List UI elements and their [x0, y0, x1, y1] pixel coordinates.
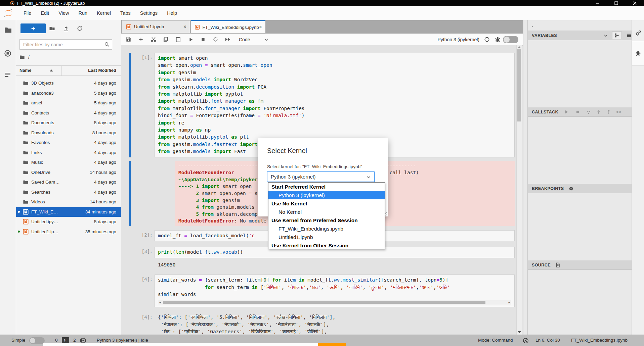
- cursor-position[interactable]: Ln 6, Col 30: [535, 338, 560, 343]
- copy-cells-button[interactable]: [160, 35, 172, 44]
- continue-icon[interactable]: [564, 109, 569, 114]
- close-tab-icon[interactable]: ×: [183, 24, 186, 30]
- running-sessions-tab-icon[interactable]: [4, 50, 11, 57]
- step-in-icon[interactable]: [596, 109, 601, 115]
- step-out-icon[interactable]: [606, 109, 611, 115]
- debugger-tab[interactable]: [632, 41, 644, 65]
- refresh-button[interactable]: [77, 26, 83, 32]
- open-source-icon[interactable]: [555, 262, 560, 267]
- file-row[interactable]: Links4 days ago: [16, 148, 121, 158]
- callstack-section-header[interactable]: CALLSTACK <>: [528, 107, 632, 117]
- kernel-option[interactable]: Untitled1.ipynb: [268, 233, 385, 241]
- cell-horizontal-scrollbar[interactable]: ◂▸: [158, 300, 511, 305]
- tab-ft-wiki-embeddings[interactable]: FT_Wiki_Embeddings.ipynb ×: [191, 20, 265, 33]
- file-row[interactable]: Untitled.ipy…5 days ago: [16, 217, 121, 227]
- upload-button[interactable]: [63, 26, 69, 32]
- cell-collapser[interactable]: [129, 230, 131, 241]
- cell-collapser[interactable]: [129, 260, 131, 270]
- kernel-status-text[interactable]: Python 3 (ipykernel) | Idle: [97, 338, 148, 343]
- scroll-down-arrow[interactable]: [518, 331, 521, 333]
- kernel-option-group: Use Kernel from Other Session: [268, 241, 385, 250]
- close-tab-icon[interactable]: ×: [259, 24, 262, 30]
- cell-collapser[interactable]: [129, 312, 131, 335]
- file-row[interactable]: FT_Wiki_E…34 minutes ago: [16, 207, 121, 217]
- kernel-count[interactable]: 2: [73, 338, 76, 343]
- menu-item-view[interactable]: View: [54, 6, 74, 20]
- file-row[interactable]: Documents5 days ago: [16, 118, 121, 128]
- column-last-modified[interactable]: Last Modified: [88, 68, 116, 73]
- file-row[interactable]: anaconda35 days ago: [16, 88, 121, 98]
- menu-item-settings[interactable]: Settings: [135, 6, 162, 20]
- variables-section-header[interactable]: VARIABLES: [528, 31, 632, 40]
- kernel-name-button[interactable]: Python 3 (ipykernel): [437, 37, 479, 42]
- kernel-option[interactable]: FT_Wiki_Embeddings.ipynb: [268, 225, 385, 233]
- command-mode-indicator[interactable]: Mode: Command: [478, 338, 513, 343]
- file-browser-tab-icon[interactable]: [4, 26, 11, 33]
- cell-collapser[interactable]: [129, 247, 131, 258]
- menu-item-help[interactable]: Help: [162, 6, 182, 20]
- menu-item-file[interactable]: File: [19, 6, 36, 20]
- column-name[interactable]: Name: [19, 68, 31, 73]
- file-row[interactable]: Favorites4 days ago: [16, 138, 121, 148]
- breakpoint-icon[interactable]: [568, 186, 574, 191]
- paste-cells-button[interactable]: [172, 35, 184, 44]
- table-view-button[interactable]: [627, 33, 632, 38]
- file-row[interactable]: Music4 days ago: [16, 157, 121, 167]
- file-modified: 4 days ago: [94, 110, 116, 115]
- evaluate-icon[interactable]: <>: [616, 109, 621, 114]
- save-button[interactable]: [122, 35, 135, 44]
- filter-files-input[interactable]: [19, 39, 112, 50]
- file-row[interactable]: Saved Gam…4 days ago: [16, 177, 121, 187]
- tab-untitled1[interactable]: Untitled1.ipynb ×: [122, 20, 190, 33]
- cell-collapser[interactable]: [129, 161, 131, 226]
- close-button[interactable]: [626, 0, 644, 6]
- menu-item-kernel[interactable]: Kernel: [92, 6, 116, 20]
- file-row[interactable]: Videos14 hours ago: [16, 197, 121, 207]
- restart-run-all-button[interactable]: [222, 35, 234, 44]
- scrollbar-thumb[interactable]: [517, 49, 521, 121]
- simple-mode-toggle[interactable]: [29, 337, 45, 344]
- interrupt-kernel-button[interactable]: [197, 35, 209, 44]
- new-launcher-button[interactable]: [20, 23, 46, 33]
- tree-view-button[interactable]: [612, 32, 622, 39]
- scroll-up-arrow[interactable]: [518, 46, 521, 48]
- cell-editor[interactable]: similar_words = {search_term: [item[0] f…: [155, 275, 515, 307]
- notebook-vertical-scrollbar[interactable]: [516, 45, 522, 335]
- file-row[interactable]: OneDrive14 hours ago: [16, 167, 121, 178]
- debugger-toggle[interactable]: [503, 36, 518, 43]
- cell-type-dropdown[interactable]: Code: [239, 37, 269, 42]
- chevron-down-icon[interactable]: [603, 33, 608, 38]
- file-row[interactable]: Searches4 days ago: [16, 187, 121, 197]
- close-circle-icon[interactable]: [523, 338, 529, 344]
- kernel-status-icon[interactable]: [484, 37, 490, 42]
- run-cell-button[interactable]: [184, 35, 197, 44]
- terminate-icon[interactable]: [575, 110, 580, 114]
- kernel-option[interactable]: Python 3 (ipykernel): [268, 191, 385, 199]
- cell-collapser[interactable]: [129, 275, 131, 307]
- minimize-button[interactable]: [589, 0, 607, 6]
- file-row[interactable]: ansel5 days ago: [16, 98, 121, 108]
- file-row[interactable]: Contacts4 days ago: [16, 108, 121, 118]
- source-section-header[interactable]: SOURCE: [528, 260, 632, 270]
- property-inspector-tab-icon[interactable]: [635, 30, 642, 37]
- bug-icon[interactable]: [495, 36, 501, 43]
- breakpoints-section-header[interactable]: BREAKPOINTS: [528, 184, 632, 193]
- file-row[interactable]: 3D Objects4 days ago: [16, 78, 121, 88]
- step-over-icon[interactable]: [586, 109, 591, 115]
- menu-item-run[interactable]: Run: [74, 6, 92, 20]
- new-folder-button[interactable]: [49, 26, 55, 32]
- restart-kernel-button[interactable]: [209, 35, 222, 44]
- menu-item-tabs[interactable]: Tabs: [116, 6, 135, 20]
- kernel-option[interactable]: No Kernel: [268, 208, 385, 216]
- file-row[interactable]: Downloads8 hours ago: [16, 128, 121, 138]
- cut-cells-button[interactable]: [147, 35, 160, 44]
- menu-item-edit[interactable]: Edit: [36, 6, 54, 20]
- kernel-select[interactable]: Python 3 (ipykernel): [267, 171, 375, 182]
- table-of-contents-tab-icon[interactable]: [4, 71, 11, 79]
- maximize-button[interactable]: [607, 0, 626, 6]
- breadcrumb[interactable]: /: [19, 54, 30, 60]
- file-row[interactable]: Untitled1.ip…35 minutes ago: [16, 227, 121, 237]
- insert-cell-button[interactable]: [135, 35, 147, 44]
- terminal-count[interactable]: 0: [55, 338, 58, 343]
- cell-collapser[interactable]: [129, 53, 131, 157]
